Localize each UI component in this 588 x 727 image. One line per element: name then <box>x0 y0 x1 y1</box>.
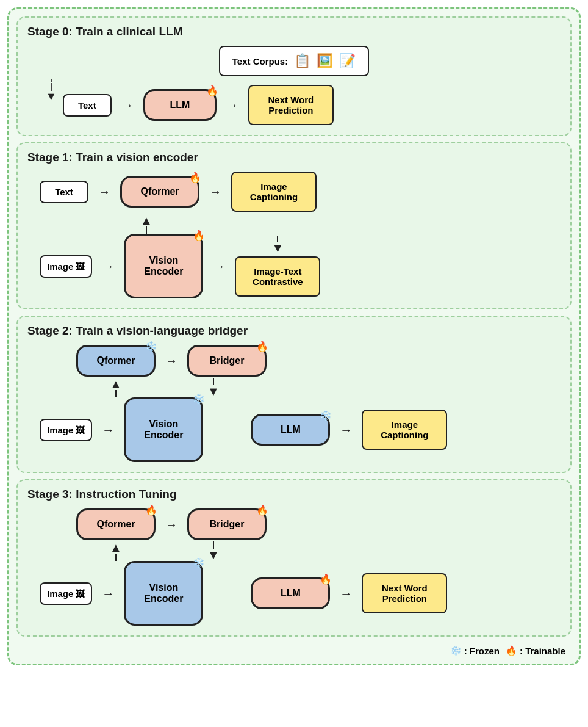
s1-image-input: Image 🖼 <box>40 255 92 278</box>
s0-output: Next Word Prediction <box>248 85 334 125</box>
stage3-box: Stage 3: Instruction Tuning Qformer 🔥 → … <box>16 479 572 637</box>
stage1-box: Stage 1: Train a vision encoder Text → Q… <box>16 142 572 309</box>
corpus-row: Text Corpus: 📋 🖼️ 📝 <box>27 46 561 76</box>
s1-image-icon: 🖼 <box>76 261 85 272</box>
stage2-box: Stage 2: Train a vision-language bridger… <box>16 316 572 473</box>
s3-qformer-badge: 🔥 <box>145 504 157 516</box>
s1-arrow1: → <box>98 185 110 199</box>
stage0-box: Stage 0: Train a clinical LLM Text Corpu… <box>16 16 572 136</box>
s3-arrow3: → <box>340 587 352 601</box>
s0-arrow2: → <box>226 98 238 112</box>
frozen-label: : Frozen <box>464 646 500 656</box>
trainable-icon: 🔥 <box>506 645 517 656</box>
s1-arrow2: → <box>209 185 221 199</box>
s3-image-input: Image 🖼 <box>40 582 92 605</box>
s3-bridger-badge: 🔥 <box>256 504 268 516</box>
s2-arrow2: → <box>102 423 114 437</box>
stage0-title: Stage 0: Train a clinical LLM <box>27 25 561 38</box>
s1-qformer-badge: 🔥 <box>189 172 201 183</box>
s1-vision-encoder: Vision Encoder 🔥 <box>124 234 203 298</box>
corpus-icon-1: 📋 <box>294 53 310 69</box>
s2-llm-badge: ❄️ <box>320 410 332 421</box>
corpus-icon-2: 🖼️ <box>317 53 333 69</box>
stage3-title: Stage 3: Instruction Tuning <box>27 488 561 501</box>
corpus-label: Text Corpus: <box>232 56 288 67</box>
trainable-legend: 🔥 : Trainable <box>506 645 565 656</box>
frozen-legend: ❄️ : Frozen <box>450 645 500 656</box>
s3-llm: LLM 🔥 <box>251 577 330 609</box>
s2-arrow3: → <box>340 423 352 437</box>
s0-input: Text <box>63 94 112 117</box>
s1-output1: Image Captioning <box>231 172 317 212</box>
s2-output: Image Captioning <box>362 410 447 450</box>
s1-output2: Image-Text Contrastive <box>235 256 320 297</box>
s3-llm-badge: 🔥 <box>320 573 332 585</box>
s2-qformer-badge: ❄️ <box>145 341 157 352</box>
s1-arrow3: → <box>102 259 114 273</box>
s3-arrow1: → <box>165 518 177 532</box>
s2-bridger-badge: 🔥 <box>256 341 268 352</box>
s0-llm-badge: 🔥 <box>206 85 218 96</box>
s3-ve-badge: ❄️ <box>193 557 205 568</box>
stage1-title: Stage 1: Train a vision encoder <box>27 151 561 164</box>
s3-output: Next Word Prediction <box>362 573 447 613</box>
s1-text-input: Text <box>40 181 88 203</box>
s1-arrow4: → <box>213 259 225 273</box>
s2-qformer: Qformer ❄️ <box>76 345 156 377</box>
corpus-box: Text Corpus: 📋 🖼️ 📝 <box>219 46 369 76</box>
s2-vision-encoder: Vision Encoder ❄️ <box>124 397 203 462</box>
s2-ve-badge: ❄️ <box>193 393 205 405</box>
s3-image-icon: 🖼 <box>76 588 85 599</box>
frozen-icon: ❄️ <box>450 645 462 656</box>
corpus-icon-3: 📝 <box>339 53 356 69</box>
s2-llm: LLM ❄️ <box>251 414 330 446</box>
s2-image-icon: 🖼 <box>76 425 85 435</box>
s3-qformer: Qformer 🔥 <box>76 508 156 540</box>
main-diagram: Stage 0: Train a clinical LLM Text Corpu… <box>7 7 581 665</box>
trainable-label: : Trainable <box>520 646 565 656</box>
s1-qformer: Qformer 🔥 <box>120 176 199 208</box>
legend: ❄️ : Frozen 🔥 : Trainable <box>16 645 572 656</box>
s2-bridger: Bridger 🔥 <box>187 345 267 377</box>
s0-llm: LLM 🔥 <box>143 89 217 121</box>
s2-image-input: Image 🖼 <box>40 419 92 441</box>
s3-vision-encoder: Vision Encoder ❄️ <box>124 561 203 626</box>
s1-ve-badge: 🔥 <box>193 230 205 241</box>
s3-arrow2: → <box>102 587 114 601</box>
stage2-title: Stage 2: Train a vision-language bridger <box>27 324 561 338</box>
s2-arrow1: → <box>165 354 177 368</box>
s0-arrow1: → <box>121 98 134 112</box>
s3-bridger: Bridger 🔥 <box>187 508 267 540</box>
